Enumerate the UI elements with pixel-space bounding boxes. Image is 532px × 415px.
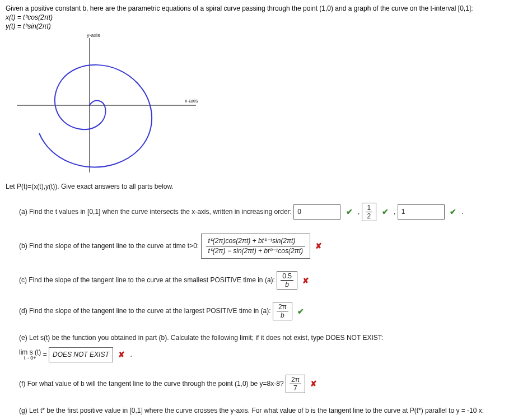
f-answer-num: 2π: [290, 376, 301, 384]
part-c-prompt: (c) Find the slope of the tangent line t…: [19, 276, 275, 284]
eq-x: x(t) = tᵇcos(2πt): [6, 13, 53, 21]
intro-line: Given a positive constant b, here are th…: [6, 4, 526, 12]
c-answer-num: 0.5: [281, 273, 293, 281]
part-b-prompt: (b) Find the slope of the tangent line t…: [19, 242, 199, 250]
below-graph-text: Let P(t)=(x(t),y(t)). Give exact answers…: [6, 183, 526, 190]
part-a-prompt: (a) Find the t values in [0,1] when the …: [19, 208, 292, 216]
part-e-prompt: (e) Let s(t) be the function you obtaine…: [19, 333, 526, 343]
d-answer-num: 2π: [277, 304, 288, 311]
cross-icon: ✘: [315, 241, 322, 250]
e-answer[interactable]: DOES NOT EXIST: [49, 347, 113, 362]
spiral-graph: y-axis x-axis: [6, 32, 207, 178]
c-answer-den: b: [285, 281, 289, 288]
limit-subscript: t→0+: [19, 356, 41, 361]
part-g-prompt: (g) Let t* be the first positive value i…: [19, 407, 484, 414]
cross-icon: ✘: [118, 350, 125, 359]
a-answer-1[interactable]: 0: [293, 204, 340, 220]
b-answer[interactable]: tᵇ(2π)cos(2πt) + btᵇ⁻¹sin(2πt) tᵇ(2π) − …: [201, 234, 311, 259]
part-d-prompt: (d) Find the slope of the tangent line t…: [19, 307, 271, 315]
equals: =: [43, 350, 47, 358]
b-answer-den: tᵇ(2π) − sin(2πt) + btᵇ⁻¹cos(2πt): [208, 247, 304, 255]
a-answer-3[interactable]: 1: [398, 204, 445, 220]
d-answer-den: b: [281, 311, 284, 319]
x-axis-label: x-axis: [185, 98, 198, 104]
c-answer[interactable]: 0.5 b: [277, 271, 297, 290]
b-answer-num: tᵇ(2π)cos(2πt) + btᵇ⁻¹sin(2πt): [208, 237, 296, 245]
check-icon: ✔: [297, 307, 304, 316]
y-axis-label: y-axis: [87, 32, 100, 38]
cross-icon: ✘: [310, 379, 317, 388]
limit-expr: lim s (t): [19, 349, 41, 356]
check-icon: ✔: [382, 207, 389, 216]
check-icon: ✔: [346, 207, 353, 216]
check-icon: ✔: [450, 207, 456, 216]
a-answer-2[interactable]: 12: [362, 203, 377, 221]
f-answer-den: 7: [290, 384, 301, 391]
cross-icon: ✘: [302, 276, 309, 285]
eq-y: y(t) = tᵇsin(2πt): [6, 22, 51, 30]
part-f-prompt: (f) For what value of b will the tangent…: [19, 379, 284, 387]
f-answer[interactable]: 2π 7: [286, 375, 305, 393]
d-answer[interactable]: 2π b: [273, 302, 292, 320]
